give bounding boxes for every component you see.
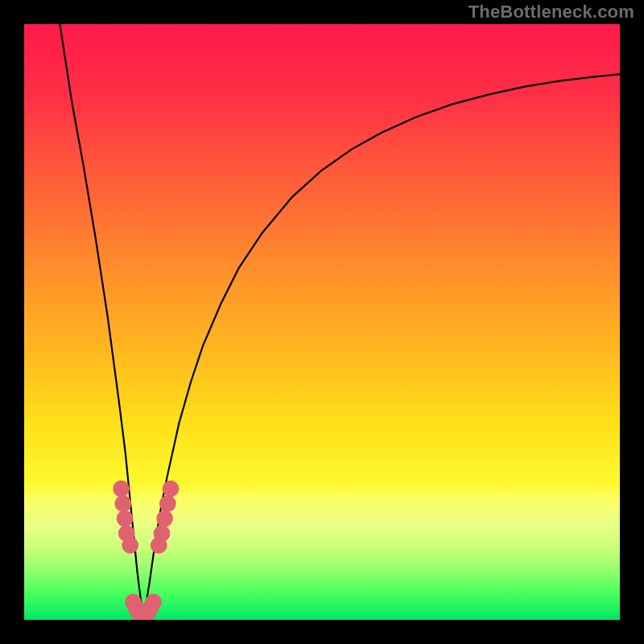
attribution-watermark: TheBottleneck.com <box>469 2 634 23</box>
data-marker <box>114 495 131 512</box>
data-marker <box>159 495 176 512</box>
gradient-background <box>24 24 620 620</box>
data-marker <box>156 510 173 527</box>
chart-frame: TheBottleneck.com <box>0 0 644 644</box>
data-marker <box>145 593 162 610</box>
data-marker <box>154 525 171 542</box>
data-marker <box>113 481 130 497</box>
bottleneck-chart <box>0 0 644 644</box>
data-marker <box>163 481 180 497</box>
data-marker <box>117 510 134 527</box>
data-marker <box>122 537 138 554</box>
